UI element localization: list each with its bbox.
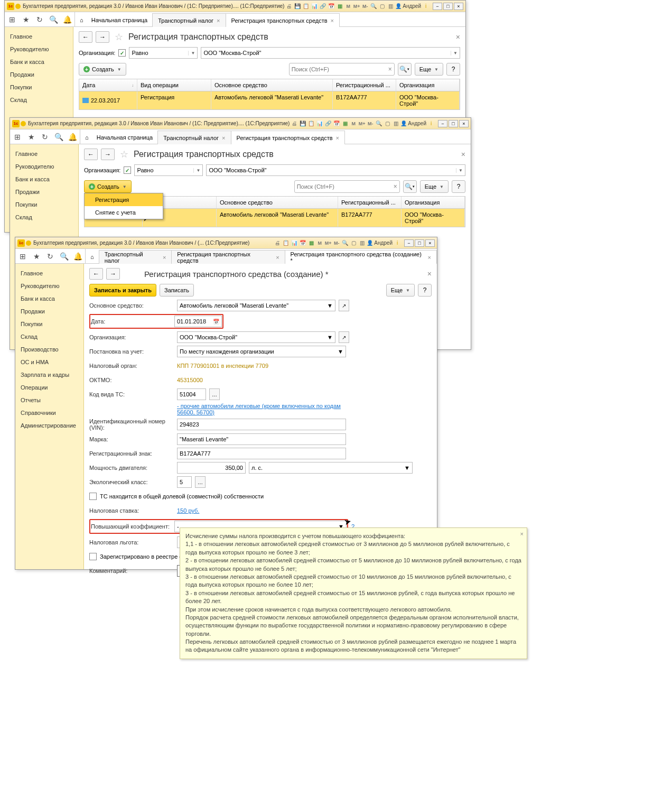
org-checkbox[interactable]: ✓ xyxy=(118,49,126,57)
sidebar-item[interactable]: Банк и касса xyxy=(10,173,78,186)
save-close-button[interactable]: Записать и закрыть xyxy=(89,284,156,297)
user-badge[interactable]: 👤 Андрей xyxy=(367,240,393,246)
help-button[interactable]: ? xyxy=(446,63,460,76)
m-plus-icon[interactable]: M+ xyxy=(353,3,360,10)
star-icon[interactable]: ★ xyxy=(22,15,30,24)
close-icon[interactable]: × xyxy=(336,135,339,141)
tab-home[interactable]: ⌂ Начальная страница xyxy=(74,13,153,27)
print-icon[interactable]: 🖨 xyxy=(285,3,293,10)
star-icon[interactable]: ★ xyxy=(27,133,35,141)
search-icon[interactable]: 🔍 xyxy=(49,15,58,24)
org-checkbox[interactable]: ✓ xyxy=(124,166,131,174)
print-icon[interactable]: 🖨 xyxy=(291,120,298,127)
sidebar-item[interactable]: Банк и касса xyxy=(5,55,73,68)
search-input[interactable]: × xyxy=(294,180,400,193)
panel-icon[interactable]: ▢ xyxy=(350,239,357,247)
m-icon[interactable]: M xyxy=(350,120,357,127)
favorite-icon[interactable]: ☆ xyxy=(115,31,123,43)
copy-icon[interactable]: 📋 xyxy=(307,120,315,127)
maximize-button[interactable]: □ xyxy=(449,120,458,127)
grid-row[interactable]: 22.03.2017 Регистрация Автомобиль легков… xyxy=(79,91,460,109)
minimize-button[interactable]: − xyxy=(404,239,414,247)
more-button[interactable]: Еще▼ xyxy=(386,284,415,297)
org-input[interactable]: ООО "Москва-Строй"▼ xyxy=(177,331,335,343)
tab-home[interactable]: ⌂ Начальная страница xyxy=(80,131,158,144)
sidebar-item[interactable]: Покупки xyxy=(5,81,73,94)
placement-select[interactable]: По месту нахождения организации▼ xyxy=(177,346,346,357)
m-icon[interactable]: M xyxy=(316,239,323,247)
more-button[interactable]: Еще▼ xyxy=(420,180,449,193)
ts-note-link[interactable]: - прочие автомобили легковые (кроме вклю… xyxy=(177,403,346,415)
menu-item-unreg[interactable]: Снятие с учета xyxy=(85,206,163,219)
table-icon[interactable]: ▦ xyxy=(336,3,343,10)
sidebar-item[interactable]: Руководителю xyxy=(15,280,83,292)
sidebar-item[interactable]: Отчеты xyxy=(15,394,83,406)
sidebar-item[interactable]: Склад xyxy=(5,94,73,106)
history-icon[interactable]: ↻ xyxy=(35,15,44,24)
user-badge[interactable]: 👤 Андрей xyxy=(395,3,421,9)
clear-icon[interactable]: × xyxy=(388,66,392,73)
sidebar-item[interactable]: Зарплата и кадры xyxy=(15,368,83,381)
link-icon[interactable]: 🔗 xyxy=(324,120,332,127)
search-button[interactable]: 🔍▾ xyxy=(398,63,412,76)
favorite-icon[interactable]: ☆ xyxy=(120,149,128,160)
maximize-button[interactable]: □ xyxy=(443,3,453,10)
search-icon[interactable]: 🔍 xyxy=(54,133,63,141)
sidebar-item[interactable]: Администрирование xyxy=(15,419,83,432)
close-button[interactable]: × xyxy=(454,3,463,10)
create-button[interactable]: +Создать▼ xyxy=(84,180,132,193)
tab-tax[interactable]: Транспортный налог× xyxy=(152,13,226,27)
browse-button[interactable]: … xyxy=(209,388,220,400)
star-icon[interactable]: ★ xyxy=(32,252,41,261)
help-button[interactable]: ? xyxy=(418,284,432,297)
table-icon[interactable]: ▦ xyxy=(341,120,349,127)
col-org[interactable]: Организация xyxy=(396,79,460,91)
sidebar-item[interactable]: Руководителю xyxy=(5,43,73,55)
panel-icon[interactable]: ▢ xyxy=(378,3,386,10)
forward-button[interactable]: → xyxy=(106,268,120,280)
sidebar-item[interactable]: Операции xyxy=(15,381,83,394)
eco-input[interactable]: 5 xyxy=(177,476,192,488)
vin-input[interactable]: 294823 xyxy=(177,419,346,430)
apps-icon[interactable]: ⊞ xyxy=(8,15,16,24)
tooltip-close-button[interactable]: × xyxy=(520,530,524,538)
bell-icon[interactable]: 🔔 xyxy=(73,252,82,261)
reg-sign-input[interactable]: B172AA777 xyxy=(177,448,346,459)
save-icon[interactable]: 💾 xyxy=(299,120,306,127)
sidebar-item[interactable]: Продажи xyxy=(15,305,83,318)
col-op[interactable]: Вид операции xyxy=(137,79,211,91)
link-icon[interactable]: 🔗 xyxy=(319,3,326,10)
col-os[interactable]: Основное средство xyxy=(211,79,333,91)
m-plus-icon[interactable]: M+ xyxy=(324,239,332,247)
filter-val-select[interactable]: ООО "Москва-Строй"▼ xyxy=(206,164,465,176)
registry-checkbox[interactable]: ✓ xyxy=(89,553,97,560)
close-button[interactable]: × xyxy=(459,120,469,127)
zoom-icon[interactable]: 🔍 xyxy=(370,3,377,10)
save-button[interactable]: Записать xyxy=(160,284,194,297)
back-button[interactable]: ← xyxy=(89,268,103,280)
apps-icon[interactable]: ⊞ xyxy=(13,133,22,141)
brand-input[interactable]: "Maserati Levante" xyxy=(177,433,346,445)
power-unit-select[interactable]: л. с.▼ xyxy=(249,462,413,474)
sidebar-item[interactable]: Производство xyxy=(15,343,83,356)
calc-icon[interactable]: 📊 xyxy=(291,239,298,247)
zoom-icon[interactable]: 🔍 xyxy=(341,239,349,247)
close-icon[interactable]: × xyxy=(222,135,225,141)
close-page-button[interactable]: × xyxy=(456,33,460,41)
sidebar-item[interactable]: Продажи xyxy=(10,186,78,198)
tab-tax[interactable]: Транспортный налог× xyxy=(99,250,172,264)
sidebar-item[interactable]: Склад xyxy=(10,211,78,224)
date-input[interactable]: 01.01.2018📅 xyxy=(174,316,222,327)
copy-icon[interactable]: 📋 xyxy=(282,239,290,247)
panel2-icon[interactable]: ▥ xyxy=(387,3,394,10)
forward-button[interactable]: → xyxy=(101,149,115,160)
search-icon[interactable]: 🔍 xyxy=(60,252,68,261)
sidebar-item[interactable]: Руководителю xyxy=(10,160,78,173)
back-button[interactable]: ← xyxy=(79,31,92,43)
search-input[interactable]: × xyxy=(289,63,395,76)
tab-tax[interactable]: Транспортный налог× xyxy=(157,131,231,144)
help-button[interactable]: ? xyxy=(452,180,465,193)
back-button[interactable]: ← xyxy=(84,149,98,160)
menu-item-reg[interactable]: Регистрация xyxy=(85,193,163,206)
user-badge[interactable]: 👤 Андрей xyxy=(400,121,426,126)
